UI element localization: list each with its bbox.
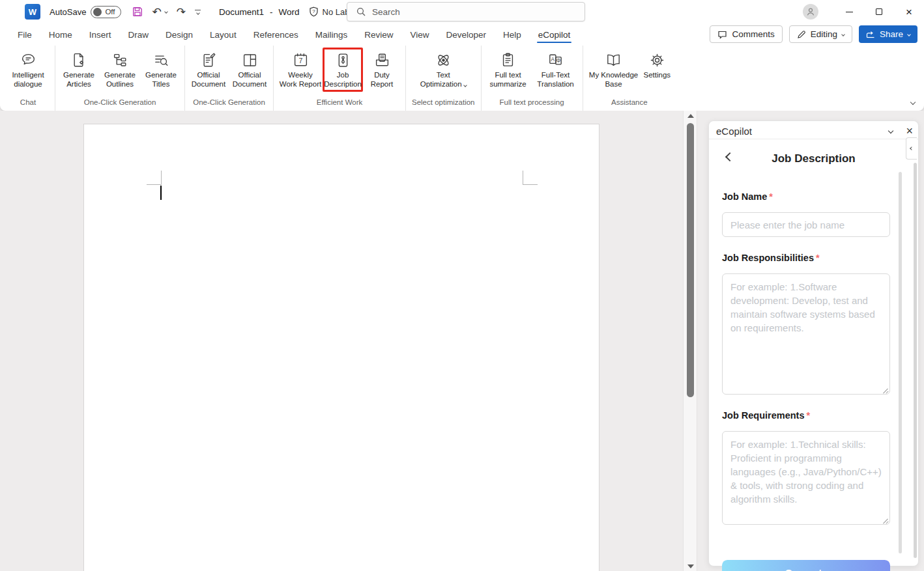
tab-help[interactable]: Help	[495, 25, 530, 44]
button-label: Generate Titles	[143, 70, 179, 89]
button-label: Duty Report	[364, 70, 400, 89]
pane-outer-scrollbar[interactable]	[914, 163, 917, 558]
job-name-label: Job Name*	[722, 191, 773, 202]
editing-label: Editing	[811, 29, 837, 39]
scroll-down-icon[interactable]	[687, 564, 694, 568]
close-button[interactable]: ×	[894, 0, 924, 23]
button-label: Full text summarize	[487, 70, 530, 89]
tab-insert[interactable]: Insert	[81, 25, 120, 44]
minimize-button[interactable]	[834, 0, 864, 23]
badge-tie-icon	[334, 51, 352, 69]
chevron-down-icon	[164, 10, 168, 14]
group-label-one-click-generation-2: One-Click Generation	[188, 96, 270, 111]
document-scrollbar[interactable]	[683, 111, 697, 571]
tab-ecopilot[interactable]: eCopilot	[530, 25, 579, 44]
job-responsibilities-textarea[interactable]	[722, 273, 890, 395]
lines-magnifier-icon	[152, 51, 170, 69]
group-label-efficient-work: Efficient Work	[277, 96, 402, 111]
clipboard-list-icon	[499, 51, 517, 69]
job-name-input[interactable]	[722, 212, 890, 237]
button-label: Official Document	[231, 70, 268, 89]
save-icon[interactable]	[132, 6, 143, 18]
toggle-knob-icon	[93, 8, 102, 16]
search-input[interactable]: Search	[347, 2, 585, 21]
tab-review[interactable]: Review	[356, 25, 401, 44]
scroll-up-icon[interactable]	[687, 114, 694, 118]
comments-button[interactable]: Comments	[710, 25, 782, 43]
job-description-button[interactable]: Job Description	[323, 48, 363, 92]
search-icon	[356, 7, 366, 16]
chevron-left-icon	[910, 146, 914, 150]
ribbon-group-efficient-work: 7 Weekly Work Report Job Description	[274, 46, 406, 111]
intelligent-dialogue-button[interactable]: Intelligent dialogue	[5, 49, 51, 90]
layout-grid-icon	[241, 51, 259, 69]
tabrow-actions: Comments Editing Share	[710, 25, 917, 43]
person-icon	[806, 7, 815, 16]
official-document-button-1[interactable]: Official Document	[188, 49, 229, 90]
generate-outlines-button[interactable]: Generate Outlines	[100, 49, 140, 90]
collapse-ribbon-button[interactable]	[910, 100, 916, 105]
editing-mode-dropdown[interactable]: Editing	[789, 25, 852, 43]
share-icon	[866, 30, 875, 38]
document-edit-icon	[200, 51, 218, 69]
resize-handle-icon[interactable]	[882, 387, 889, 393]
tab-mailings[interactable]: Mailings	[307, 25, 356, 44]
ribbon-group-chat: Intelligent dialogue Chat	[1, 46, 55, 111]
autosave-state: Off	[105, 8, 115, 16]
required-marker: *	[807, 410, 811, 421]
margin-mark-top-left-v	[161, 171, 162, 185]
required-marker: *	[769, 191, 773, 202]
word-logo-icon[interactable]: W	[25, 4, 40, 20]
job-requirements-textarea[interactable]	[722, 431, 890, 525]
tab-view[interactable]: View	[401, 25, 437, 44]
pane-options-chevron-icon[interactable]	[888, 128, 893, 133]
autosave-pill[interactable]: Off	[91, 6, 121, 18]
open-book-icon	[605, 51, 622, 69]
generate-articles-button[interactable]: Generate Articles	[59, 49, 99, 90]
maximize-button[interactable]	[864, 0, 894, 23]
taskpane-header: eCopilot ×	[709, 121, 918, 139]
pane-inner-scrollbar[interactable]	[899, 172, 902, 553]
generate-titles-button[interactable]: Generate Titles	[141, 49, 181, 90]
pane-close-icon[interactable]: ×	[906, 125, 913, 137]
tab-design[interactable]: Design	[157, 25, 201, 44]
autosave-toggle[interactable]: AutoSave Off	[50, 6, 121, 18]
button-label: Weekly Work Report	[279, 70, 322, 89]
generate-button[interactable]: Generate	[722, 560, 890, 571]
tab-file[interactable]: File	[9, 25, 40, 44]
tab-references[interactable]: References	[245, 25, 307, 44]
text-optimization-dropdown[interactable]: Text Optimization	[416, 49, 470, 90]
word-window: W AutoSave Off ↶ ↷	[0, 0, 924, 571]
scrollbar-thumb[interactable]	[687, 123, 694, 397]
tab-draw[interactable]: Draw	[120, 25, 158, 44]
full-text-translation-button[interactable]: A Φ Full-Text Translation	[532, 49, 579, 90]
my-knowledge-base-button[interactable]: My Knowledge Base	[586, 49, 641, 90]
calendar-7-icon: 7	[292, 51, 310, 69]
tab-home[interactable]: Home	[40, 25, 81, 44]
undo-icon: ↶	[152, 7, 162, 18]
user-avatar[interactable]	[803, 4, 818, 20]
share-label: Share	[880, 29, 903, 39]
close-icon: ×	[906, 7, 912, 18]
weekly-work-report-button[interactable]: 7 Weekly Work Report	[277, 49, 324, 90]
tab-developer[interactable]: Developer	[438, 25, 495, 44]
button-label: My Knowledge Base	[588, 70, 639, 89]
app-name: Word	[279, 7, 300, 17]
button-label: Intelligent dialogue	[7, 70, 50, 89]
official-document-button-2[interactable]: Official Document	[229, 49, 270, 90]
ribbon-group-assistance: My Knowledge Base Settings Assistance	[583, 46, 676, 111]
customize-toolbar-button[interactable]	[195, 10, 201, 14]
share-button[interactable]: Share	[859, 25, 917, 43]
outline-tree-icon	[111, 51, 129, 69]
redo-button[interactable]: ↷	[177, 7, 186, 18]
full-text-summarize-button[interactable]: Full text summarize	[485, 49, 532, 90]
button-label: Full-Text Translation	[534, 70, 577, 89]
button-label: Generate Articles	[61, 70, 97, 89]
chevron-down-icon	[907, 33, 911, 36]
resize-handle-icon[interactable]	[882, 517, 889, 523]
duty-report-button[interactable]: Duty Report	[362, 49, 402, 90]
ecopilot-taskpane: eCopilot × Job Description Job Name*	[708, 120, 919, 566]
undo-button[interactable]: ↶	[152, 7, 167, 18]
tab-layout[interactable]: Layout	[201, 25, 245, 44]
settings-button[interactable]: Settings	[642, 49, 673, 81]
